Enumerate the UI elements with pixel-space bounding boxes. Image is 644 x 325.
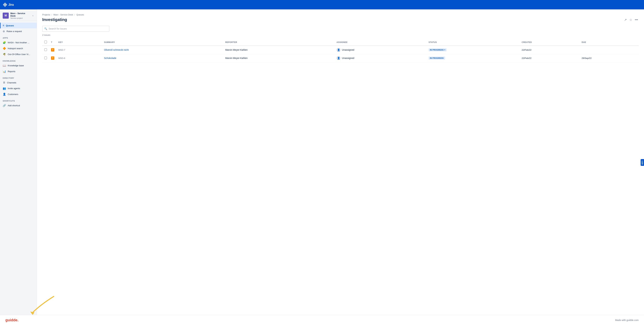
chart-icon: 📊 [3,70,6,73]
project-header: M Marv - Service Desk Service project ‹ [0,10,37,21]
book-icon: 📖 [3,64,6,67]
row2-summary-link[interactable]: Schokolade [104,57,116,60]
issues-search-wrapper: 🔍 [42,26,109,32]
issues-table: T Key Summary Reporter Assignee Status C… [42,39,639,62]
customers-icon: 👤 [3,93,6,96]
users-icon: 👥 [3,87,6,90]
row1-assignee-cell: 👤 Unassigned [334,46,426,54]
star-button[interactable]: ☆ [629,17,633,22]
guidde-logo: guidde. [5,318,18,322]
bottom-bar-left: guidde. [5,318,18,322]
monitor-icon: 🖥 [3,81,5,84]
app-layout: M Marv - Service Desk Service project ‹ … [0,10,644,325]
issues-search-input[interactable] [42,26,109,32]
puzzle-icon: 🧩 [3,41,6,44]
col-created: Created [520,39,580,46]
more-options-button[interactable]: ••• [634,18,639,22]
col-summary: Summary [102,39,223,46]
queue-icon: ≡ [3,24,4,27]
row1-created: 22/Feb/22 [522,49,532,51]
row1-reporter-cell: Marvin Meyer-Kahlen [223,46,334,54]
project-avatar: M [3,13,9,19]
shortcuts-section-title: SHORTCUTS [0,97,37,103]
row2-checkbox-cell [42,54,49,62]
breadcrumb: Projects / Marv - Service Desk / Queues [42,14,639,16]
select-all-checkbox[interactable] [44,41,47,43]
row2-created: 22/Feb/22 [522,57,532,60]
sidebar-item-out-of-office[interactable]: 🌴 Out-Of-Office User Vi... [0,51,37,57]
sidebar-item-raise-request[interactable]: ⊕ Raise a request [0,28,37,34]
page-title: Investigating [42,17,67,22]
row1-reporter: Marvin Meyer-Kahlen [225,49,248,51]
row1-status-cell: IN PROGRESS ▾ [426,46,520,54]
breadcrumb-projects[interactable]: Projects [42,14,50,16]
col-reporter: Reporter [223,39,334,46]
row2-reporter: Marvin Meyer-Kahlen [225,57,248,60]
issues-count: 2 issues [42,34,639,36]
row2-reporter-cell: Marvin Meyer-Kahlen [223,54,334,62]
palm-tree-icon: 🌴 [3,53,6,56]
table-body: ? MSD-7 Olivenöl schmeckt nicht Marvin M… [42,46,639,62]
sidebar-item-add-shortcut[interactable]: 🔗 Add shortcut [0,103,37,108]
breadcrumb-queues[interactable]: Queues [76,14,84,16]
col-due: Due [580,39,639,46]
table-row: ? MSD-6 Schokolade Marvin Meyer-Kahlen 👤 [42,54,639,62]
logo-text: Jira [8,3,14,7]
row1-checkbox[interactable] [44,48,47,51]
row1-status-badge[interactable]: IN PROGRESS ▾ [428,48,446,51]
col-type: T [49,39,56,46]
row2-due: 29/Sep/22 [582,57,592,60]
project-sidebar: M Marv - Service Desk Service project ‹ … [0,10,37,325]
sidebar-item-customers[interactable]: 👤 Customers [0,91,37,97]
row1-due-cell [580,46,639,54]
row1-status-chevron: ▾ [444,49,446,51]
link-icon: 🔗 [3,104,6,107]
row2-status-badge[interactable]: IN PROGRESS [428,57,445,60]
sidebar-item-channels[interactable]: 🖥 Channels [0,80,37,86]
row2-key-cell: MSD-6 [56,54,102,62]
sidebar-item-queues[interactable]: ≡ Queues [0,23,37,28]
jira-logo[interactable]: Jira [0,0,643,10]
open-external-button[interactable]: ↗ [624,17,628,22]
table-header-row: T Key Summary Reporter Assignee Status C… [42,39,639,46]
row2-type-icon: ? [51,56,54,60]
row2-checkbox[interactable] [44,57,47,59]
project-name: Marv - Service Desk [10,12,30,17]
project-info: Marv - Service Desk Service project [10,12,30,19]
table-row: ? MSD-7 Olivenöl schmeckt nicht Marvin M… [42,46,639,54]
col-assignee: Assignee [334,39,426,46]
guidde-logo-text: guidde. [5,318,18,322]
plus-circle-icon: ⊕ [3,30,5,33]
row1-key-cell: MSD-7 [56,46,102,54]
breadcrumb-service-desk[interactable]: Marv - Service Desk [54,14,73,16]
col-status: Status [426,39,520,46]
float-badge[interactable]: 1328 [641,159,644,166]
directory-section-title: DIRECTORY [0,74,37,80]
row1-key: MSD-7 [58,49,65,51]
row1-summary-link[interactable]: Olivenöl schmeckt nicht [104,49,129,51]
row1-summary-cell: Olivenöl schmeckt nicht [102,46,223,54]
bottom-bar: guidde. Made with guidde.com [0,315,644,325]
sidebar-item-hubspot[interactable]: 🔶 Hubspot search [0,46,37,51]
row1-assignee-name: Unassigned [342,49,354,51]
row2-assignee-cell: 👤 Unassigned [334,54,426,62]
hubspot-icon: 🔶 [3,47,6,50]
issues-search-icon: 🔍 [44,27,47,30]
row2-created-cell: 22/Feb/22 [520,54,580,62]
sidebar-collapse-button[interactable]: ‹ [32,14,34,18]
row2-assignee-name: Unassigned [342,57,354,60]
sidebar-item-knowledge-base[interactable]: 📖 Knowledge base [0,63,37,69]
row2-due-cell: 29/Sep/22 [580,54,639,62]
row1-checkbox-cell [42,46,49,54]
row2-key: MSD-6 [58,57,65,60]
row1-created-cell: 22/Feb/22 [520,46,580,54]
sidebar-item-reports[interactable]: 📊 Reports [0,69,37,74]
row2-assignee-wrapper: 👤 Unassigned [336,56,424,60]
page-header: Investigating ↗ ☆ ••• [42,17,639,22]
project-type: Service project [10,17,30,19]
top-navigation: Jira Your work▾ Projects▾ Filters▾ Dashb… [0,0,644,10]
sidebar-item-invite-agents[interactable]: 👥 Invite agents [0,86,37,91]
page-actions: ↗ ☆ ••• [624,17,639,22]
sidebar-item-nasa[interactable]: 🧩 NASA - Not Another ... [0,40,37,46]
main-content: Projects / Marv - Service Desk / Queues … [37,10,644,325]
